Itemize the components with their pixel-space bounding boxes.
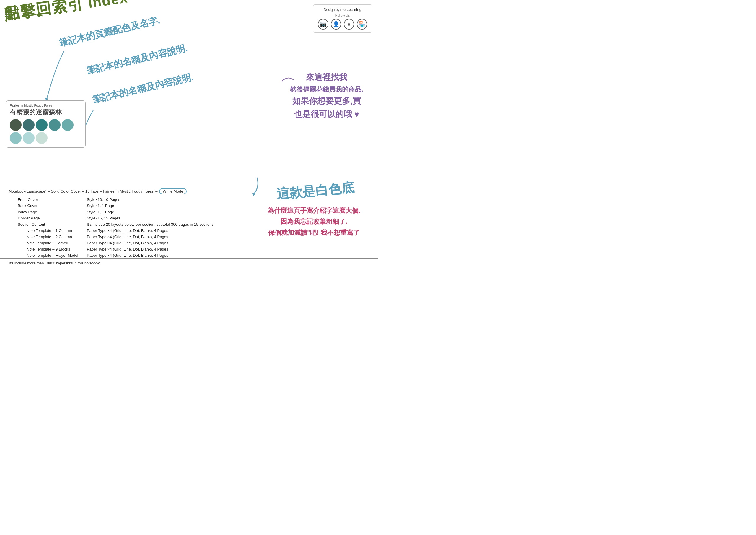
row-label: Section Content xyxy=(9,221,86,227)
color-swatch-5 xyxy=(10,132,21,144)
table-row: Note Template – CornellPaper Type ×4 (Gr… xyxy=(9,240,369,246)
color-swatch-7 xyxy=(36,132,47,144)
social-icons-group: 📷 👤 ● 🏪 xyxy=(316,19,369,30)
color-swatch-3 xyxy=(49,119,61,131)
row-label: Note Template – 9 Blocks xyxy=(9,246,86,252)
row-value: Paper Type ×4 (Grid, Line, Dot, Blank), … xyxy=(86,252,369,259)
color-swatch-6 xyxy=(23,132,35,144)
color-swatch-0 xyxy=(10,119,21,131)
row-label: Note Template – 1 Column xyxy=(9,227,86,234)
svg-text:筆記本的名稱及內容說明.: 筆記本的名稱及內容說明. xyxy=(91,72,194,105)
right-annotation: 來這裡找我 然後偶爾花錢買我的商品. 如果你想要更多,買 也是很可以的哦 ♥ xyxy=(290,71,363,121)
pinterest-icon[interactable]: ● xyxy=(344,19,354,30)
font-annotation: 為什麼這頁手寫介紹字這麼大個. 因為我忘記改筆粗細了. 保個就加減讀"吧! 我不… xyxy=(268,205,360,238)
color-swatch-4 xyxy=(62,119,73,131)
instagram-icon[interactable]: 📷 xyxy=(318,19,328,30)
row-label: Note Template – Frayer Model xyxy=(9,252,86,259)
design-by-text: Design by me.Learning xyxy=(316,8,369,12)
facebook-icon[interactable]: 👤 xyxy=(331,19,341,30)
svg-text:筆記本的頁籤配色及名字.: 筆記本的頁籤配色及名字. xyxy=(58,15,161,48)
row-label: Note Template – Cornell xyxy=(9,240,86,246)
notebook-title-zh: 有精靈的迷霧森林 xyxy=(10,108,82,117)
row-label: Divider Page xyxy=(9,215,86,221)
color-swatch-2 xyxy=(36,119,47,131)
shop-icon[interactable]: 🏪 xyxy=(357,19,367,30)
top-annotation-area: 點擊回索引 index 筆記本的頁籤配色及名字. 筆記本的名稱及內容說明. 筆記… xyxy=(0,0,378,168)
main-title: 點擊回索引 index xyxy=(3,0,129,25)
svg-text:筆記本的名稱及內容說明.: 筆記本的名稱及內容說明. xyxy=(86,43,189,76)
table-row: Note Template – 9 BlocksPaper Type ×4 (G… xyxy=(9,246,369,252)
row-label: Index Page xyxy=(9,209,86,215)
notebook-card: Fairies In Mystic Foggy Forest 有精靈的迷霧森林 xyxy=(6,100,86,148)
footer-note: It's include more than 10800 hyperlinks … xyxy=(0,259,378,268)
white-mode-badge: White Mode xyxy=(159,188,187,194)
row-label: Note Template – 2 Column xyxy=(9,234,86,240)
row-value: Paper Type ×4 (Grid, Line, Dot, Blank), … xyxy=(86,246,369,252)
row-label: Back Cover xyxy=(9,203,86,209)
table-row: Note Template – Frayer ModelPaper Type ×… xyxy=(9,252,369,259)
color-swatches xyxy=(10,119,82,144)
row-label: Front Cover xyxy=(9,196,86,203)
notebook-title-en: Fairies In Mystic Foggy Forest xyxy=(10,104,82,107)
logo-box: Design by me.Learning Follow Us 📷 👤 ● 🏪 xyxy=(313,4,372,33)
row-value: Paper Type ×4 (Grid, Line, Dot, Blank), … xyxy=(86,240,369,246)
color-swatch-1 xyxy=(23,119,35,131)
follow-us-label: Follow Us xyxy=(316,14,369,17)
